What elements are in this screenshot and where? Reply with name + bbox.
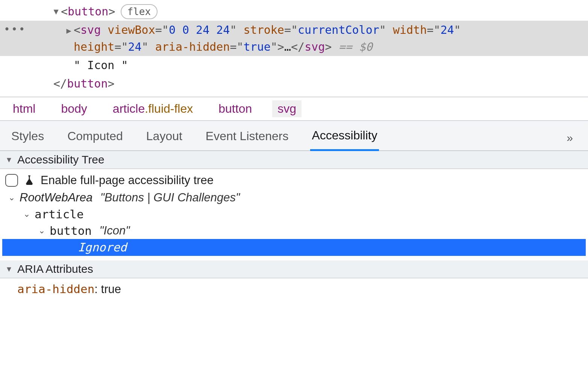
caret-down-icon: ⌄ — [8, 193, 17, 203]
checkbox-empty[interactable] — [5, 174, 18, 187]
expand-toggle-icon[interactable]: ▼ — [51, 5, 61, 18]
caret-down-icon: ▼ — [5, 265, 14, 274]
crumb-article[interactable]: article.fluid-flex — [108, 100, 198, 117]
elements-dom-tree: ▼ <button> flex ••• ▶ <svg viewBox="0 0 … — [0, 0, 588, 97]
dom-row-svg-selected[interactable]: ••• ▶ <svg viewBox="0 0 24 24" stroke="c… — [0, 21, 588, 56]
tree-button[interactable]: ⌄ button "Icon" — [2, 222, 586, 239]
dom-row-button-open[interactable]: ▼ <button> flex — [0, 2, 588, 21]
dom-row-text-node[interactable]: " Icon " — [0, 56, 588, 74]
tabs-overflow-icon[interactable]: » — [567, 132, 578, 144]
crumb-html[interactable]: html — [8, 100, 41, 117]
aria-attr-name: aria-hidden — [17, 282, 94, 296]
section-title: ARIA Attributes — [17, 263, 93, 275]
aria-attr-row: aria-hidden: true — [0, 278, 588, 303]
enable-label: Enable full-page accessibility tree — [41, 174, 214, 187]
caret-down-icon: ⌄ — [23, 209, 32, 219]
svg-source: <svg viewBox="0 0 24 24" stroke="current… — [74, 21, 461, 55]
aria-attr-value: true — [101, 283, 121, 296]
tab-computed[interactable]: Computed — [66, 126, 124, 150]
crumb-svg[interactable]: svg — [272, 100, 302, 117]
tree-article[interactable]: ⌄ article — [2, 206, 586, 222]
subpanel-tabs: Styles Computed Layout Event Listeners A… — [0, 121, 588, 151]
tab-styles[interactable]: Styles — [10, 126, 45, 150]
breadcrumb: html body article.fluid-flex button svg — [0, 97, 588, 121]
caret-down-icon: ▼ — [5, 156, 14, 164]
flask-icon — [23, 174, 35, 186]
section-aria-attributes[interactable]: ▼ ARIA Attributes — [0, 260, 588, 278]
expand-toggle-icon[interactable]: ▶ — [64, 24, 74, 37]
selection-marker: == $0 — [332, 40, 372, 53]
enable-full-page-tree-row[interactable]: Enable full-page accessibility tree — [2, 171, 586, 189]
crumb-button[interactable]: button — [213, 100, 257, 117]
tag-button: button — [68, 3, 108, 20]
tab-accessibility[interactable]: Accessibility — [310, 125, 379, 151]
tab-event-listeners[interactable]: Event Listeners — [204, 126, 290, 150]
dom-row-button-close[interactable]: </button> — [0, 74, 588, 93]
text-node: " Icon " — [74, 57, 128, 74]
crumb-body[interactable]: body — [56, 100, 92, 117]
flex-badge[interactable]: flex — [121, 4, 158, 19]
tab-layout[interactable]: Layout — [145, 126, 184, 150]
section-title: Accessibility Tree — [17, 153, 105, 166]
tree-root[interactable]: ⌄ RootWebArea "Buttons | GUI Challenges" — [2, 189, 586, 206]
section-accessibility-tree[interactable]: ▼ Accessibility Tree — [0, 151, 588, 169]
caret-down-icon: ⌄ — [38, 226, 47, 236]
accessibility-panel: ▼ Accessibility Tree Enable full-page ac… — [0, 151, 588, 303]
row-gutter-ellipsis[interactable]: ••• — [4, 21, 29, 37]
tree-ignored-selected[interactable]: Ignored — [2, 239, 586, 256]
ellipsis-icon: ••• — [4, 23, 26, 35]
